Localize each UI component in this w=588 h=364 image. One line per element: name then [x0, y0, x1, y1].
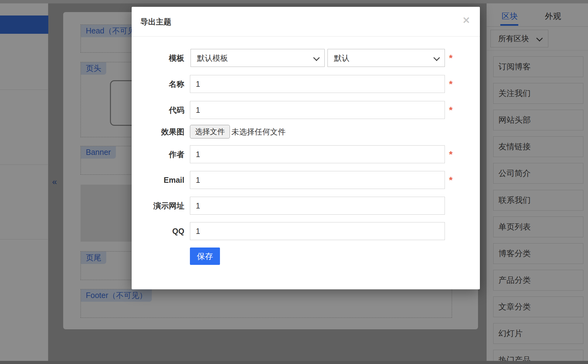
form-row-email: Email * [132, 171, 480, 189]
chevron-down-icon [433, 55, 440, 61]
author-field[interactable] [190, 145, 445, 163]
demo-url-field[interactable] [190, 197, 445, 215]
required-star: * [443, 79, 459, 89]
form-row-name: 名称 * [132, 75, 480, 93]
choose-file-button[interactable]: 选择文件 [190, 125, 230, 138]
chevron-down-icon [313, 55, 320, 61]
field-label: 代码 [132, 101, 184, 119]
qq-field[interactable] [190, 222, 445, 240]
required-star: * [443, 53, 459, 63]
required-star: * [443, 105, 459, 115]
form-row-demo-url: 演示网址 [132, 197, 480, 215]
field-label: 模板 [132, 49, 184, 67]
field-label: 作者 [132, 145, 184, 163]
field-label: Email [132, 171, 184, 189]
save-button[interactable]: 保存 [190, 248, 220, 265]
field-label: QQ [132, 222, 184, 240]
modal-title: 导出主题 [140, 7, 171, 37]
template-select[interactable]: 默认模板 [191, 49, 325, 67]
form-row-code: 代码 * [132, 101, 480, 119]
field-label: 名称 [132, 75, 184, 93]
field-label: 演示网址 [132, 197, 184, 215]
required-star: * [443, 175, 459, 185]
code-field[interactable] [190, 101, 445, 119]
template-select-value: 默认模板 [197, 49, 228, 67]
field-label: 效果图 [132, 125, 184, 138]
name-field[interactable] [190, 75, 445, 93]
file-status-text: 未选择任何文件 [231, 125, 286, 138]
page-builder-app: « Head（不可见） 页头 Banner 页尾 Footer（不可见） 区块 … [0, 0, 588, 364]
export-theme-modal: 导出主题 ✕ 模板 默认模板 默认 * 名称 * 代码 * [132, 7, 480, 289]
email-field[interactable] [190, 171, 445, 189]
form-row-screenshot: 效果图 选择文件 未选择任何文件 [132, 125, 480, 138]
form-row-qq: QQ [132, 222, 480, 240]
template-variant-select[interactable]: 默认 [327, 49, 445, 67]
form-row-author: 作者 * [132, 145, 480, 163]
modal-header: 导出主题 ✕ [132, 7, 480, 37]
form-row-template: 模板 默认模板 默认 * [132, 49, 480, 67]
close-icon[interactable]: ✕ [461, 15, 472, 26]
required-star: * [443, 149, 459, 160]
template-variant-value: 默认 [334, 49, 349, 67]
